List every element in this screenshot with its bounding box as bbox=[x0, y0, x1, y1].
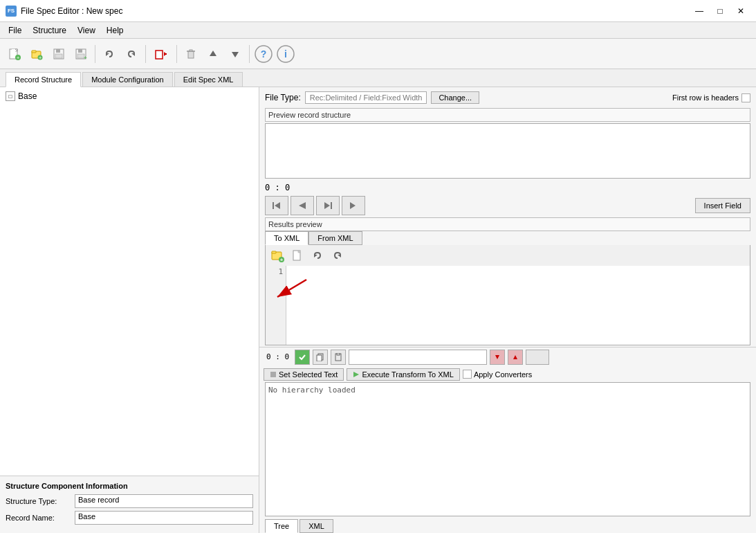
bottom-tab-tree[interactable]: Tree bbox=[265, 519, 298, 533]
nav-next-button[interactable] bbox=[316, 196, 340, 215]
new-button[interactable]: + bbox=[4, 44, 25, 64]
title-bar-text: File Spec Editor : New spec bbox=[21, 6, 690, 16]
svg-marker-33 bbox=[324, 202, 330, 209]
svg-rect-22 bbox=[190, 50, 192, 51]
nav-last-button[interactable] bbox=[342, 196, 365, 215]
tab-module-configuration[interactable]: Module Configuration bbox=[82, 72, 173, 87]
svg-marker-23 bbox=[210, 51, 216, 56]
svg-rect-17 bbox=[156, 51, 163, 59]
results-toolbar: + bbox=[265, 245, 750, 266]
minimize-button[interactable]: — bbox=[690, 3, 709, 19]
window-controls: — □ ✕ bbox=[690, 3, 750, 19]
save-button[interactable] bbox=[48, 44, 69, 64]
bottom-tab-xml[interactable]: XML bbox=[299, 519, 333, 533]
svg-text:+: + bbox=[84, 55, 87, 60]
undo-button[interactable] bbox=[99, 44, 120, 64]
move-up-button[interactable] bbox=[203, 44, 223, 64]
svg-text:i: i bbox=[284, 48, 287, 60]
results-tabs: To XML From XML bbox=[265, 231, 750, 245]
toolbar-separator-4 bbox=[249, 45, 250, 63]
structure-type-value[interactable]: Base record bbox=[75, 494, 253, 508]
menu-structure[interactable]: Structure bbox=[27, 24, 72, 37]
svg-text:+: + bbox=[39, 54, 42, 60]
svg-rect-11 bbox=[56, 49, 60, 53]
editor-content[interactable] bbox=[286, 266, 750, 345]
search-input[interactable] bbox=[349, 350, 487, 365]
transform-row: Set Selected Text Execute Transform To X… bbox=[259, 367, 756, 382]
preview-counter-row: 0 : 0 bbox=[259, 181, 756, 194]
nav-prev-button[interactable] bbox=[291, 196, 314, 215]
tree-panel: □ Base bbox=[0, 87, 259, 476]
maximize-button[interactable]: □ bbox=[710, 3, 730, 19]
menu-file[interactable]: File bbox=[3, 24, 27, 37]
search-up-button[interactable] bbox=[508, 350, 523, 365]
svg-rect-7 bbox=[32, 51, 36, 53]
delete-button[interactable] bbox=[181, 44, 201, 64]
paste-button[interactable] bbox=[331, 350, 346, 365]
results-section-title: Results preview bbox=[268, 220, 322, 228]
extra-button[interactable] bbox=[526, 350, 549, 365]
svg-rect-36 bbox=[272, 251, 276, 253]
svg-text:?: ? bbox=[261, 48, 267, 60]
structure-info-title: Structure Component Information bbox=[6, 482, 253, 490]
editor-area[interactable]: 1 bbox=[265, 266, 750, 345]
main-tabs: Record Structure Module Configuration Ed… bbox=[0, 69, 756, 87]
app-icon: FS bbox=[6, 6, 17, 17]
svg-marker-47 bbox=[513, 355, 517, 359]
results-open-button[interactable]: + bbox=[268, 247, 286, 264]
toolbar-separator-2 bbox=[145, 45, 146, 63]
tab-edit-spec-xml[interactable]: Edit Spec XML bbox=[174, 72, 243, 87]
toolbar-separator-1 bbox=[95, 45, 95, 63]
toolbar-separator-3 bbox=[176, 45, 177, 63]
save-as-button[interactable]: + bbox=[71, 44, 91, 64]
svg-marker-19 bbox=[164, 52, 167, 56]
nav-first-button[interactable] bbox=[265, 196, 288, 215]
bottom-toolbar: 0 : 0 bbox=[259, 347, 756, 367]
right-panel: File Type: Rec:Delimited / Field:Fixed W… bbox=[259, 87, 756, 533]
open-button[interactable]: + bbox=[26, 44, 47, 64]
title-bar: FS File Spec Editor : New spec — □ ✕ bbox=[0, 0, 756, 22]
svg-rect-43 bbox=[317, 355, 322, 361]
change-button[interactable]: Change... bbox=[431, 91, 479, 104]
set-selected-text-button[interactable]: Set Selected Text bbox=[264, 368, 344, 381]
structure-info-panel: Structure Component Information Structur… bbox=[0, 476, 259, 533]
results-redo-button[interactable] bbox=[329, 247, 347, 264]
svg-rect-20 bbox=[188, 51, 194, 58]
search-down-button[interactable] bbox=[490, 350, 505, 365]
redo-button[interactable] bbox=[121, 44, 142, 64]
bottom-tabs: Tree XML bbox=[259, 516, 756, 533]
apply-converters-checkbox[interactable] bbox=[463, 370, 472, 379]
validate-button[interactable] bbox=[295, 350, 310, 365]
left-panel: □ Base Structure Component Information S… bbox=[0, 87, 259, 533]
apply-converters-label: Apply Converters bbox=[463, 370, 532, 379]
help-button[interactable]: ? bbox=[253, 44, 274, 64]
results-tab-to-xml[interactable]: To XML bbox=[265, 231, 308, 245]
first-row-checkbox[interactable] bbox=[741, 93, 750, 102]
insert-field-button[interactable]: Insert Field bbox=[695, 198, 750, 213]
results-undo-button[interactable] bbox=[308, 247, 326, 264]
import-button[interactable] bbox=[149, 44, 173, 64]
info-button[interactable]: i bbox=[275, 44, 296, 64]
move-down-button[interactable] bbox=[225, 44, 246, 64]
copy-button[interactable] bbox=[313, 350, 328, 365]
menu-view[interactable]: View bbox=[72, 24, 101, 37]
close-button[interactable]: ✕ bbox=[731, 3, 750, 19]
structure-type-row: Structure Type: Base record bbox=[6, 494, 253, 508]
line-number-1: 1 bbox=[278, 267, 283, 276]
svg-text:+: + bbox=[17, 55, 20, 60]
execute-transform-button[interactable]: Execute Transform To XML bbox=[347, 368, 459, 381]
record-name-label: Record Name: bbox=[6, 514, 75, 522]
svg-rect-12 bbox=[55, 54, 62, 58]
tree-item-label: Base bbox=[18, 91, 37, 101]
file-type-label: File Type: bbox=[265, 93, 301, 102]
tab-record-structure[interactable]: Record Structure bbox=[6, 72, 81, 87]
record-name-value[interactable]: Base bbox=[75, 511, 253, 525]
menu-help[interactable]: Help bbox=[101, 24, 129, 37]
results-tab-from-xml[interactable]: From XML bbox=[308, 231, 362, 245]
svg-marker-24 bbox=[232, 52, 239, 57]
tree-item-base[interactable]: □ Base bbox=[3, 90, 256, 102]
results-new-button[interactable] bbox=[288, 247, 306, 264]
preview-section-title: Preview record structure bbox=[268, 111, 351, 119]
file-type-value: Rec:Delimited / Field:Fixed Width bbox=[305, 91, 427, 104]
preview-box bbox=[265, 123, 750, 179]
